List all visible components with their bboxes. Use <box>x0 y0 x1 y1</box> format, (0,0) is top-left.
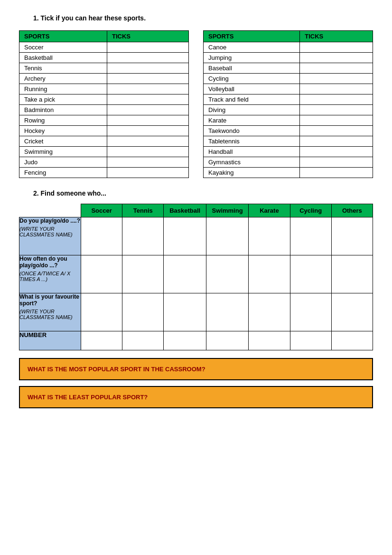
table-row: Tabletennis <box>204 136 373 147</box>
data-cell[interactable] <box>206 255 248 293</box>
tick-cell[interactable] <box>107 63 189 74</box>
data-cell[interactable] <box>164 255 206 293</box>
question-2-title: 2. Find someone who... <box>33 189 373 197</box>
data-cell[interactable] <box>290 293 331 331</box>
tick-cell[interactable] <box>300 115 373 126</box>
data-cell[interactable] <box>290 217 331 255</box>
sport-column-header: Basketball <box>164 204 206 217</box>
table-row: Fencing <box>19 168 189 178</box>
number-data-cell[interactable] <box>81 331 122 350</box>
data-cell[interactable] <box>290 255 331 293</box>
tick-cell[interactable] <box>107 42 189 53</box>
sport-name: Track and field <box>204 94 300 105</box>
tick-cell[interactable] <box>300 42 373 53</box>
tick-cell[interactable] <box>300 84 373 94</box>
data-cell[interactable] <box>206 217 248 255</box>
table-row: Track and field <box>204 94 373 105</box>
data-cell[interactable] <box>249 217 290 255</box>
activity-row: Do you play/go/do ....?(WRITE YOUR CLASS… <box>19 217 373 255</box>
table1-header-sports: SPORTS <box>19 31 107 42</box>
sport-column-header: Soccer <box>81 204 122 217</box>
tick-cell[interactable] <box>107 126 189 136</box>
data-cell[interactable] <box>81 255 122 293</box>
data-cell[interactable] <box>249 255 290 293</box>
tick-cell[interactable] <box>107 157 189 168</box>
number-data-cell[interactable] <box>206 331 248 350</box>
number-row: NUMBER <box>19 331 373 350</box>
tick-cell[interactable] <box>300 94 373 105</box>
tick-cell[interactable] <box>107 74 189 84</box>
number-data-cell[interactable] <box>164 331 206 350</box>
sport-name: Canoe <box>204 42 300 53</box>
table-row: Judo <box>19 157 189 168</box>
tick-cell[interactable] <box>300 136 373 147</box>
table-row: Take a pick <box>19 94 189 105</box>
number-label: NUMBER <box>19 331 81 350</box>
data-cell[interactable] <box>331 293 373 331</box>
data-cell[interactable] <box>206 293 248 331</box>
most-popular-box: WHAT IS THE MOST POPULAR SPORT IN THE CA… <box>19 358 373 380</box>
tick-cell[interactable] <box>300 63 373 74</box>
number-data-cell[interactable] <box>122 331 164 350</box>
data-cell[interactable] <box>331 217 373 255</box>
table2-header-sports: SPORTS <box>204 31 300 42</box>
row-sublabel: (WRITE YOUR CLASSMATES NAME) <box>19 226 81 237</box>
sport-name: Swimming <box>19 147 107 157</box>
number-data-cell[interactable] <box>249 331 290 350</box>
sport-name: Tabletennis <box>204 136 300 147</box>
data-cell[interactable] <box>122 255 164 293</box>
sport-name: Badminton <box>19 105 107 115</box>
sport-column-header: Swimming <box>206 204 248 217</box>
table-row: Volleyball <box>204 84 373 94</box>
table-row: Diving <box>204 105 373 115</box>
sport-name: Cycling <box>204 74 300 84</box>
table2-header-ticks: TICKS <box>300 31 373 42</box>
tick-cell[interactable] <box>107 84 189 94</box>
row-label-cell: How often do you play/go/do ...?(ONCE A/… <box>19 255 81 293</box>
data-cell[interactable] <box>81 217 122 255</box>
table-row: Handball <box>204 147 373 157</box>
sport-name: Tennis <box>19 63 107 74</box>
table-row: Cycling <box>204 74 373 84</box>
sport-name: Cricket <box>19 136 107 147</box>
tick-cell[interactable] <box>300 53 373 63</box>
tick-cell[interactable] <box>107 94 189 105</box>
data-cell[interactable] <box>81 293 122 331</box>
sport-name: Taekwondo <box>204 126 300 136</box>
tick-cell[interactable] <box>107 115 189 126</box>
data-cell[interactable] <box>122 293 164 331</box>
table1-header-ticks: TICKS <box>107 31 189 42</box>
number-data-cell[interactable] <box>331 331 373 350</box>
tick-cell[interactable] <box>300 157 373 168</box>
data-cell[interactable] <box>331 255 373 293</box>
sport-column-header: Tennis <box>122 204 164 217</box>
tick-cell[interactable] <box>107 105 189 115</box>
table-row: Running <box>19 84 189 94</box>
tick-cell[interactable] <box>300 168 373 178</box>
activity-row: What is your favourite sport?(WRITE YOUR… <box>19 293 373 331</box>
tick-cell[interactable] <box>107 53 189 63</box>
data-cell[interactable] <box>164 217 206 255</box>
tick-cell[interactable] <box>300 74 373 84</box>
tick-cell[interactable] <box>300 147 373 157</box>
data-cell[interactable] <box>164 293 206 331</box>
sport-name: Judo <box>19 157 107 168</box>
data-cell[interactable] <box>122 217 164 255</box>
sport-name: Baseball <box>204 63 300 74</box>
number-data-cell[interactable] <box>290 331 331 350</box>
tick-cell[interactable] <box>300 126 373 136</box>
least-popular-box: WHAT IS THE LEAST POPULAR SPORT? <box>19 386 373 408</box>
tick-cell[interactable] <box>107 136 189 147</box>
table-row: Jumping <box>204 53 373 63</box>
tick-cell[interactable] <box>107 168 189 178</box>
row-label-cell: What is your favourite sport?(WRITE YOUR… <box>19 293 81 331</box>
tick-cell[interactable] <box>300 105 373 115</box>
empty-header <box>19 204 81 217</box>
row-label: What is your favourite sport? <box>19 293 79 307</box>
tick-cell[interactable] <box>107 147 189 157</box>
sport-table-2: SPORTS TICKS CanoeJumpingBaseballCycling… <box>203 30 373 178</box>
data-cell[interactable] <box>249 293 290 331</box>
table-row: Karate <box>204 115 373 126</box>
sport-name: Basketball <box>19 53 107 63</box>
table-row: Canoe <box>204 42 373 53</box>
